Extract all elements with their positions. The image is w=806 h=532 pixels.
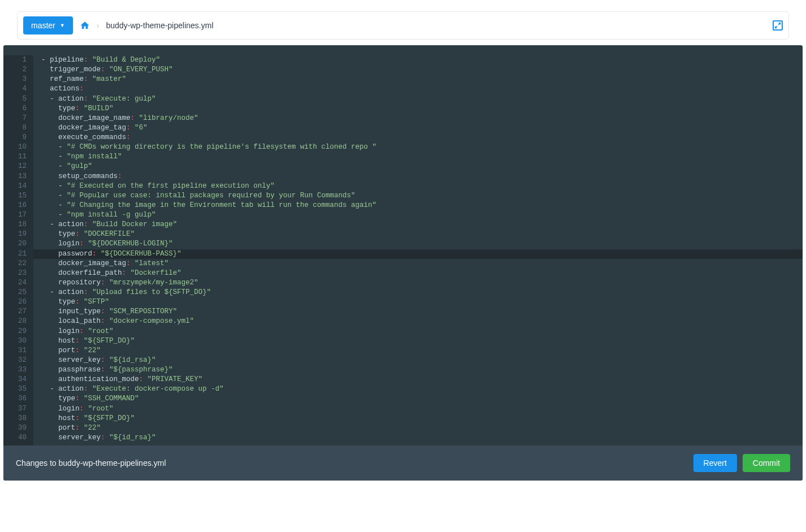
code-line[interactable]: - action: "Execute: docker-compose up -d… bbox=[41, 384, 803, 394]
code-line[interactable]: server_key: "${id_rsa}" bbox=[41, 356, 803, 365]
code-line[interactable]: passphrase: "${passphrase}" bbox=[41, 365, 803, 375]
line-number: 39 bbox=[3, 423, 28, 433]
code-line[interactable]: - action: "Upload files to ${SFTP_DO}" bbox=[41, 288, 803, 297]
line-number: 6 bbox=[3, 104, 28, 114]
code-line[interactable]: type: "BUILD" bbox=[41, 104, 803, 114]
line-number: 27 bbox=[3, 307, 28, 317]
code-line[interactable]: - "# Changing the image in the Environme… bbox=[41, 201, 803, 210]
code-line[interactable]: - "# Executed on the first pipeline exec… bbox=[41, 181, 803, 191]
line-number: 37 bbox=[3, 404, 28, 414]
line-number: 28 bbox=[3, 317, 28, 326]
line-number: 36 bbox=[3, 394, 28, 404]
code-line[interactable]: input_type: "SCM_REPOSITORY" bbox=[41, 307, 803, 317]
line-number: 40 bbox=[3, 433, 28, 443]
code-line[interactable]: - "gulp" bbox=[41, 162, 803, 171]
line-number: 15 bbox=[3, 191, 28, 201]
code-line[interactable]: - "# CMDs working directory is the pipel… bbox=[41, 142, 803, 152]
branch-label: master bbox=[31, 21, 55, 30]
code-line[interactable]: dockerfile_path: "Dockerfile" bbox=[41, 269, 803, 278]
code-line[interactable]: repository: "mrszympek/my-image2" bbox=[41, 278, 803, 288]
code-line[interactable]: trigger_mode: "ON_EVERY_PUSH" bbox=[41, 65, 803, 75]
line-number: 21 bbox=[3, 249, 28, 259]
line-number: 2 bbox=[3, 65, 28, 75]
footer-status-text: Changes to buddy-wp-theme-pipelines.yml bbox=[16, 459, 688, 468]
line-number: 30 bbox=[3, 336, 28, 346]
line-number: 38 bbox=[3, 414, 28, 423]
code-line[interactable]: ref_name: "master" bbox=[41, 75, 803, 84]
editor-footer: Changes to buddy-wp-theme-pipelines.yml … bbox=[3, 446, 803, 481]
code-line[interactable]: - "# Popular use case: install packages … bbox=[41, 191, 803, 201]
line-number: 1 bbox=[3, 55, 28, 65]
code-line[interactable]: docker_image_name: "library/node" bbox=[41, 114, 803, 123]
line-number: 23 bbox=[3, 269, 28, 278]
line-number: 24 bbox=[3, 278, 28, 288]
line-number: 7 bbox=[3, 114, 28, 123]
code-editor[interactable]: 1234567891011121314151617181920212223242… bbox=[3, 45, 803, 481]
code-line[interactable]: authentication_mode: "PRIVATE_KEY" bbox=[41, 375, 803, 384]
line-number: 31 bbox=[3, 346, 28, 356]
line-number: 16 bbox=[3, 201, 28, 210]
code-line[interactable]: local_path: "docker-compose.yml" bbox=[41, 317, 803, 326]
code-line[interactable]: login: "root" bbox=[41, 404, 803, 414]
line-number: 19 bbox=[3, 230, 28, 239]
code-content[interactable]: - pipeline: "Build & Deploy" trigger_mod… bbox=[33, 55, 803, 481]
line-number: 8 bbox=[3, 123, 28, 133]
line-number: 3 bbox=[3, 75, 28, 84]
line-number: 9 bbox=[3, 133, 28, 142]
code-line[interactable]: login: "root" bbox=[41, 327, 803, 336]
line-number: 35 bbox=[3, 384, 28, 394]
line-number: 20 bbox=[3, 239, 28, 249]
expand-icon[interactable] bbox=[773, 20, 783, 31]
code-line[interactable]: server_key: "${id_rsa}" bbox=[41, 433, 803, 443]
code-line[interactable]: docker_image_tag: "6" bbox=[41, 123, 803, 133]
line-number: 26 bbox=[3, 297, 28, 307]
code-line[interactable]: port: "22" bbox=[41, 423, 803, 433]
code-line[interactable]: - "npm install -g gulp" bbox=[41, 210, 803, 220]
line-number: 11 bbox=[3, 152, 28, 162]
line-number-gutter: 1234567891011121314151617181920212223242… bbox=[3, 55, 33, 481]
line-number: 29 bbox=[3, 327, 28, 336]
line-number: 32 bbox=[3, 356, 28, 365]
breadcrumb-file: buddy-wp-theme-pipelines.yml bbox=[106, 21, 213, 30]
line-number: 34 bbox=[3, 375, 28, 384]
code-line[interactable]: type: "SSH_COMMAND" bbox=[41, 394, 803, 404]
line-number: 14 bbox=[3, 181, 28, 191]
code-line[interactable]: - action: "Execute: gulp" bbox=[41, 94, 803, 104]
home-icon[interactable] bbox=[80, 20, 90, 31]
code-line[interactable]: - pipeline: "Build & Deploy" bbox=[41, 55, 803, 65]
code-line[interactable]: host: "${SFTP_DO}" bbox=[41, 336, 803, 346]
code-line[interactable]: - action: "Build Docker image" bbox=[41, 220, 803, 230]
code-line[interactable]: docker_image_tag: "latest" bbox=[41, 259, 803, 269]
line-number: 17 bbox=[3, 210, 28, 220]
breadcrumb: master ▼ › buddy-wp-theme-pipelines.yml bbox=[17, 11, 789, 40]
revert-button[interactable]: Revert bbox=[693, 454, 737, 472]
line-number: 25 bbox=[3, 288, 28, 297]
commit-button[interactable]: Commit bbox=[743, 454, 790, 472]
breadcrumb-separator-icon: › bbox=[97, 21, 100, 30]
code-line[interactable]: login: "${DOCKERHUB-LOGIN}" bbox=[41, 239, 803, 249]
code-line[interactable]: type: "DOCKERFILE" bbox=[41, 230, 803, 239]
line-number: 18 bbox=[3, 220, 28, 230]
caret-down-icon: ▼ bbox=[60, 23, 65, 28]
line-number: 10 bbox=[3, 142, 28, 152]
code-line[interactable]: execute_commands: bbox=[41, 133, 803, 142]
line-number: 13 bbox=[3, 172, 28, 181]
line-number: 12 bbox=[3, 162, 28, 171]
line-number: 22 bbox=[3, 259, 28, 269]
line-number: 4 bbox=[3, 84, 28, 94]
code-line[interactable]: setup_commands: bbox=[41, 172, 803, 181]
line-number: 5 bbox=[3, 94, 28, 104]
code-line[interactable]: - "npm install" bbox=[41, 152, 803, 162]
code-line[interactable]: host: "${SFTP_DO}" bbox=[41, 414, 803, 423]
code-line[interactable]: type: "SFTP" bbox=[41, 297, 803, 307]
code-line[interactable]: actions: bbox=[41, 84, 803, 94]
line-number: 33 bbox=[3, 365, 28, 375]
branch-selector-button[interactable]: master ▼ bbox=[23, 16, 73, 34]
code-line[interactable]: password: "${DOCKERHUB-PASS}" bbox=[33, 249, 803, 259]
code-line[interactable]: port: "22" bbox=[41, 346, 803, 356]
